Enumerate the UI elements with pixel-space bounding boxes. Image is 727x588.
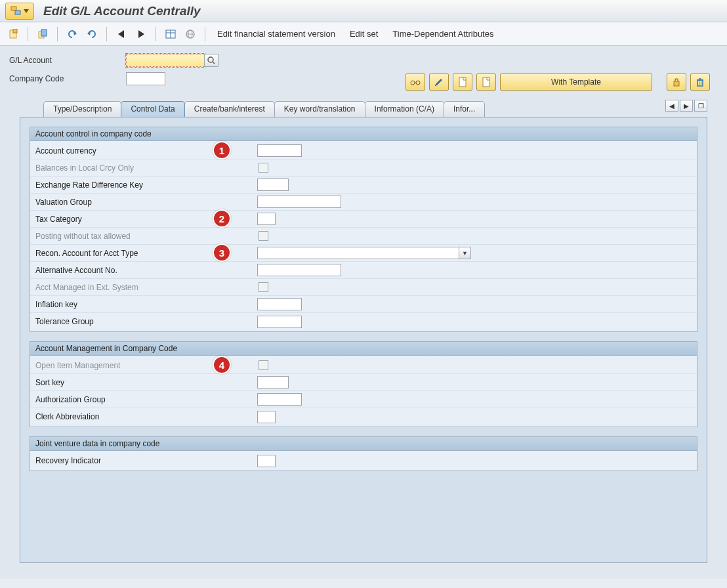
company-code-label: Company Code <box>9 74 126 83</box>
toolbar-copy-button[interactable] <box>33 26 52 43</box>
tab-key-word-translation[interactable]: Key word/translation <box>274 101 365 117</box>
tab-infor-[interactable]: Infor... <box>444 101 485 117</box>
field-label: Alternative Account No. <box>35 266 257 275</box>
field-label: Exchange Rate Difference Key <box>35 180 257 190</box>
field-row: Inflation key <box>30 296 697 313</box>
pencil-icon <box>434 77 444 87</box>
toolbar-separator <box>57 27 58 41</box>
tab-control-data[interactable]: Control Data <box>121 101 184 117</box>
toolbar-prev-button[interactable] <box>112 26 131 43</box>
svg-marker-10 <box>138 30 144 38</box>
tab-content: Account control in company codeAccount c… <box>20 117 707 563</box>
tab-nav: ◀ ▶ ❐ <box>665 100 707 112</box>
toolbar-link-fsv[interactable]: Edit financial statement version <box>217 29 335 39</box>
svg-rect-25 <box>483 77 489 87</box>
toolbar-separator <box>106 27 107 41</box>
with-template-button[interactable]: With Template <box>500 74 652 91</box>
svg-rect-1 <box>15 10 20 14</box>
field-row: Account currency1 <box>30 142 697 159</box>
title-bar: Edit G/L Account Centrally <box>0 0 727 22</box>
field-row: Acct Managed in Ext. System <box>30 279 697 296</box>
svg-rect-24 <box>459 77 466 87</box>
toolbar-create-button[interactable] <box>4 26 22 43</box>
group-header: Account control in company code <box>30 127 697 141</box>
lock-icon <box>672 77 681 87</box>
tab-type-description[interactable]: Type/Description <box>43 101 121 117</box>
toolbar-check-button[interactable] <box>181 26 199 43</box>
group: Account control in company codeAccount c… <box>30 127 697 332</box>
tab-list-button[interactable]: ❐ <box>694 100 707 112</box>
checkbox[interactable] <box>259 163 268 173</box>
svg-point-19 <box>411 81 415 85</box>
field-row: Balances in Local Crcy Only <box>30 159 697 177</box>
lock-button[interactable] <box>667 74 686 91</box>
field-input[interactable] <box>257 298 302 310</box>
field-row: Valuation Group <box>30 194 697 211</box>
toolbar-link-editset[interactable]: Edit set <box>350 29 378 39</box>
svg-point-20 <box>416 81 420 85</box>
svg-marker-2 <box>24 9 29 13</box>
company-code-input[interactable] <box>126 72 165 85</box>
globe-check-icon <box>185 29 196 39</box>
field-label: Posting without tax allowed <box>35 232 257 241</box>
toolbar-redo-button[interactable] <box>83 26 101 43</box>
annotation-badge: 1 <box>213 141 231 159</box>
svg-rect-6 <box>41 30 47 36</box>
tab-scroll-left[interactable]: ◀ <box>665 100 678 112</box>
delete-button[interactable] <box>690 74 710 91</box>
header-area: G/L Account Company Code With Template T… <box>0 46 727 579</box>
field-label: Authorization Group <box>35 395 257 404</box>
field-input[interactable] <box>257 376 289 388</box>
field-input[interactable] <box>257 393 302 406</box>
checkbox[interactable] <box>259 360 268 370</box>
table-icon <box>165 30 176 39</box>
field-row: Tax Category2 <box>30 211 697 228</box>
edit-button[interactable] <box>429 74 449 91</box>
toolbar-separator <box>156 27 156 41</box>
toolbar-undo-button[interactable] <box>63 26 81 43</box>
annotation-badge: 3 <box>213 243 231 262</box>
field-input[interactable] <box>257 178 289 191</box>
gl-account-input[interactable] <box>126 54 205 67</box>
create-ref-button[interactable] <box>476 74 496 91</box>
field-row: Authorization Group <box>30 391 697 408</box>
gl-account-search-help[interactable] <box>204 54 218 67</box>
field-row: Open Item Management4 <box>30 357 697 374</box>
field-input[interactable] <box>257 455 276 467</box>
field-input[interactable] <box>257 196 341 208</box>
copy-icon <box>37 29 48 39</box>
tab-scroll-right[interactable]: ▶ <box>680 100 693 112</box>
field-input[interactable] <box>257 213 276 225</box>
field-input[interactable] <box>257 144 302 157</box>
dropdown-input[interactable] <box>257 247 459 259</box>
chevron-down-icon[interactable]: ▼ <box>459 247 471 259</box>
svg-rect-0 <box>11 7 16 10</box>
toolbar-link-timedep[interactable]: Time-Dependent Attributes <box>392 29 493 39</box>
undo-icon <box>67 30 77 39</box>
field-label: Inflation key <box>35 300 257 309</box>
field-input[interactable] <box>257 411 276 423</box>
create-button[interactable] <box>453 74 472 91</box>
field-input[interactable] <box>257 316 302 328</box>
field-row: Clerk Abbreviation <box>30 408 697 425</box>
field-label: Sort key <box>35 378 257 387</box>
toolbar-separator <box>205 27 205 41</box>
display-change-button[interactable] <box>405 74 425 91</box>
chevron-down-icon <box>24 9 29 14</box>
document-icon <box>458 77 467 87</box>
toolbar-next-button[interactable] <box>132 26 150 43</box>
group-header: Joint venture data in company code <box>30 437 697 451</box>
field-row: Exchange Rate Difference Key <box>30 177 697 194</box>
checkbox[interactable] <box>259 282 268 292</box>
context-menu-button[interactable] <box>5 3 34 20</box>
checkbox[interactable] <box>259 231 268 241</box>
tab-strip: Type/DescriptionControl DataCreate/bank/… <box>9 91 718 117</box>
tab-information-c-a-[interactable]: Information (C/A) <box>365 101 444 117</box>
toolbar-display-button[interactable] <box>161 26 180 43</box>
field-row: Recovery Indicator <box>30 452 697 469</box>
tab-create-bank-interest[interactable]: Create/bank/interest <box>184 101 275 117</box>
triangle-right-icon <box>138 30 144 38</box>
search-icon <box>207 56 215 64</box>
field-input[interactable] <box>257 264 341 276</box>
svg-rect-23 <box>435 85 436 86</box>
